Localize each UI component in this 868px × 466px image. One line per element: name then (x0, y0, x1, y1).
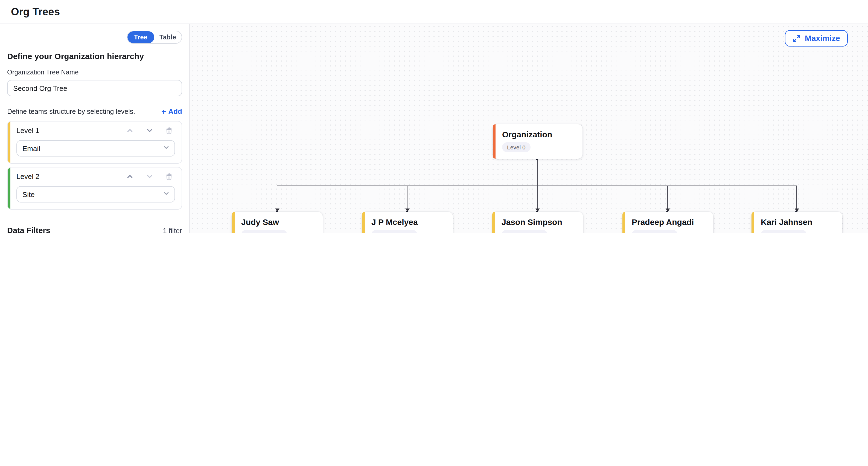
tree-name-input[interactable]: Second Org Tree (7, 80, 182, 96)
node-level-badge: Level 1: Email (632, 230, 678, 233)
config-sidebar: Tree Table Define your Organization hier… (0, 24, 190, 233)
levels-section-label: Define teams structure by selecting leve… (7, 108, 135, 115)
delete-level-icon[interactable] (165, 127, 173, 134)
org-node-root[interactable]: Organization Level 0 (493, 124, 583, 159)
org-node-level1[interactable]: Kari Jahnsen Level 1: Email (751, 212, 842, 233)
level-1-label: Level 1 (17, 126, 126, 135)
edge (407, 185, 407, 208)
org-node-level1[interactable]: J P Mcelyea Level 1: Email (362, 212, 453, 233)
plus-icon: + (161, 107, 166, 115)
edge-root (537, 159, 538, 185)
toggle-option-tree[interactable]: Tree (127, 31, 154, 43)
level-2-field-select[interactable]: Site (17, 186, 175, 203)
maximize-button[interactable]: Maximize (784, 30, 848, 47)
node-level-badge: Level 1: Email (241, 230, 287, 233)
node-title: Organization (502, 130, 576, 139)
tree-name-value: Second Org Tree (13, 84, 67, 92)
node-title: Jason Simpson (501, 217, 577, 227)
edge (796, 185, 797, 208)
add-level-button[interactable]: + Add (161, 107, 182, 115)
node-level-badge: Level 1: Email (371, 230, 417, 233)
filter-count: 1 filter (163, 227, 182, 233)
app-header: Org Trees (0, 0, 868, 24)
org-trees-app: Org Trees Tree Table Define your Organiz… (0, 0, 868, 233)
level-1-field-select[interactable]: Email (17, 140, 175, 156)
level-card-1: Level 1 Email (7, 121, 182, 164)
delete-level-icon[interactable] (165, 173, 173, 180)
org-tree-canvas[interactable]: Maximize (190, 24, 868, 233)
org-node-level1[interactable]: Judy Saw Level 1: Email (232, 212, 323, 233)
tree-name-label: Organization Tree Name (7, 68, 182, 76)
move-up-icon[interactable] (126, 173, 133, 180)
node-level-badge: Level 1: Email (761, 230, 807, 233)
move-down-icon[interactable] (146, 173, 153, 180)
node-title: Judy Saw (241, 217, 316, 227)
node-level-badge: Level 1: Email (501, 230, 548, 233)
node-title: J P Mcelyea (371, 217, 446, 227)
edge (537, 185, 538, 208)
tree-table-toggle: Tree Table (127, 31, 182, 44)
level-2-label: Level 2 (17, 172, 126, 181)
edge (277, 185, 277, 208)
org-node-level1[interactable]: Pradeep Angadi Level 1: Email (622, 212, 713, 233)
level-card-2: Level 2 Site (7, 167, 182, 210)
expand-icon (792, 34, 801, 42)
page-title: Org Trees (11, 6, 60, 18)
chevron-down-icon (163, 144, 169, 152)
node-level-badge: Level 0 (502, 142, 530, 152)
sidebar-heading: Define your Organization hierarchy (7, 52, 182, 61)
move-down-icon[interactable] (146, 127, 153, 134)
toggle-option-table[interactable]: Table (154, 31, 182, 43)
chevron-down-icon (163, 190, 169, 198)
node-title: Kari Jahnsen (761, 217, 836, 227)
move-up-icon[interactable] (126, 127, 133, 134)
node-title: Pradeep Angadi (632, 217, 707, 227)
edge (667, 185, 668, 208)
org-node-level1[interactable]: Jason Simpson Level 1: Email (492, 212, 583, 233)
data-filters-title: Data Filters (7, 226, 50, 233)
view-toggle: Tree Table (7, 31, 182, 44)
